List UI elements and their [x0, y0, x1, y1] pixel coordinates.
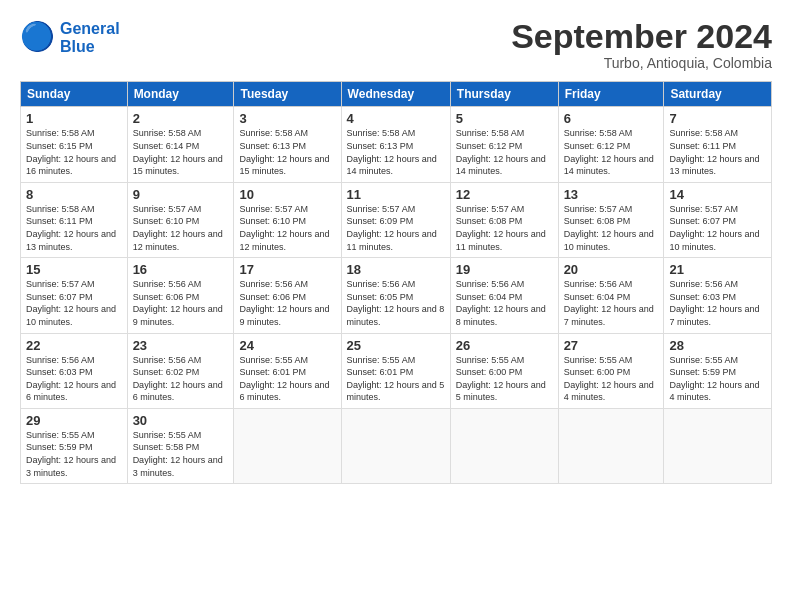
- logo: 🔵 General Blue: [20, 18, 120, 58]
- day-info: Sunrise: 5:56 AM Sunset: 6:05 PM Dayligh…: [347, 278, 445, 328]
- day-number: 19: [456, 262, 553, 277]
- logo-icon: 🔵: [20, 18, 56, 54]
- calendar-week-2: 8 Sunrise: 5:58 AM Sunset: 6:11 PM Dayli…: [21, 182, 772, 257]
- calendar-cell: 6 Sunrise: 5:58 AM Sunset: 6:12 PM Dayli…: [558, 107, 664, 182]
- day-number: 26: [456, 338, 553, 353]
- calendar-cell: 17 Sunrise: 5:56 AM Sunset: 6:06 PM Dayl…: [234, 258, 341, 333]
- day-number: 27: [564, 338, 659, 353]
- day-number: 9: [133, 187, 229, 202]
- day-info: Sunrise: 5:56 AM Sunset: 6:06 PM Dayligh…: [133, 278, 229, 328]
- day-number: 5: [456, 111, 553, 126]
- day-info: Sunrise: 5:57 AM Sunset: 6:07 PM Dayligh…: [669, 203, 766, 253]
- calendar-cell: 13 Sunrise: 5:57 AM Sunset: 6:08 PM Dayl…: [558, 182, 664, 257]
- calendar-cell: 3 Sunrise: 5:58 AM Sunset: 6:13 PM Dayli…: [234, 107, 341, 182]
- day-info: Sunrise: 5:57 AM Sunset: 6:08 PM Dayligh…: [456, 203, 553, 253]
- calendar-cell: 14 Sunrise: 5:57 AM Sunset: 6:07 PM Dayl…: [664, 182, 772, 257]
- svg-text:🔵: 🔵: [20, 20, 55, 53]
- day-info: Sunrise: 5:57 AM Sunset: 6:10 PM Dayligh…: [133, 203, 229, 253]
- calendar-cell: 9 Sunrise: 5:57 AM Sunset: 6:10 PM Dayli…: [127, 182, 234, 257]
- day-number: 20: [564, 262, 659, 277]
- day-info: Sunrise: 5:58 AM Sunset: 6:13 PM Dayligh…: [239, 127, 335, 177]
- logo-line2: Blue: [60, 38, 120, 56]
- header-friday: Friday: [558, 82, 664, 107]
- header-saturday: Saturday: [664, 82, 772, 107]
- day-number: 17: [239, 262, 335, 277]
- day-info: Sunrise: 5:58 AM Sunset: 6:11 PM Dayligh…: [669, 127, 766, 177]
- calendar-cell: 21 Sunrise: 5:56 AM Sunset: 6:03 PM Dayl…: [664, 258, 772, 333]
- calendar-cell: 18 Sunrise: 5:56 AM Sunset: 6:05 PM Dayl…: [341, 258, 450, 333]
- day-number: 14: [669, 187, 766, 202]
- calendar-header-row: Sunday Monday Tuesday Wednesday Thursday…: [21, 82, 772, 107]
- day-number: 15: [26, 262, 122, 277]
- location-subtitle: Turbo, Antioquia, Colombia: [511, 55, 772, 71]
- header-wednesday: Wednesday: [341, 82, 450, 107]
- day-info: Sunrise: 5:57 AM Sunset: 6:10 PM Dayligh…: [239, 203, 335, 253]
- day-info: Sunrise: 5:56 AM Sunset: 6:04 PM Dayligh…: [564, 278, 659, 328]
- day-info: Sunrise: 5:58 AM Sunset: 6:14 PM Dayligh…: [133, 127, 229, 177]
- day-number: 4: [347, 111, 445, 126]
- day-info: Sunrise: 5:55 AM Sunset: 5:58 PM Dayligh…: [133, 429, 229, 479]
- calendar-week-3: 15 Sunrise: 5:57 AM Sunset: 6:07 PM Dayl…: [21, 258, 772, 333]
- day-number: 7: [669, 111, 766, 126]
- calendar-cell: [341, 408, 450, 483]
- calendar-cell: 8 Sunrise: 5:58 AM Sunset: 6:11 PM Dayli…: [21, 182, 128, 257]
- day-info: Sunrise: 5:56 AM Sunset: 6:03 PM Dayligh…: [26, 354, 122, 404]
- calendar-cell: 15 Sunrise: 5:57 AM Sunset: 6:07 PM Dayl…: [21, 258, 128, 333]
- page: 🔵 General Blue September 2024 Turbo, Ant…: [0, 0, 792, 612]
- calendar-cell: 30 Sunrise: 5:55 AM Sunset: 5:58 PM Dayl…: [127, 408, 234, 483]
- day-number: 23: [133, 338, 229, 353]
- calendar-cell: [558, 408, 664, 483]
- calendar-cell: 16 Sunrise: 5:56 AM Sunset: 6:06 PM Dayl…: [127, 258, 234, 333]
- day-number: 13: [564, 187, 659, 202]
- calendar-cell: 28 Sunrise: 5:55 AM Sunset: 5:59 PM Dayl…: [664, 333, 772, 408]
- calendar-cell: 19 Sunrise: 5:56 AM Sunset: 6:04 PM Dayl…: [450, 258, 558, 333]
- day-number: 11: [347, 187, 445, 202]
- calendar-cell: [234, 408, 341, 483]
- day-number: 21: [669, 262, 766, 277]
- calendar-week-1: 1 Sunrise: 5:58 AM Sunset: 6:15 PM Dayli…: [21, 107, 772, 182]
- header-thursday: Thursday: [450, 82, 558, 107]
- calendar-cell: 5 Sunrise: 5:58 AM Sunset: 6:12 PM Dayli…: [450, 107, 558, 182]
- calendar-cell: 10 Sunrise: 5:57 AM Sunset: 6:10 PM Dayl…: [234, 182, 341, 257]
- day-info: Sunrise: 5:56 AM Sunset: 6:06 PM Dayligh…: [239, 278, 335, 328]
- day-number: 3: [239, 111, 335, 126]
- calendar-cell: 27 Sunrise: 5:55 AM Sunset: 6:00 PM Dayl…: [558, 333, 664, 408]
- day-number: 1: [26, 111, 122, 126]
- header-tuesday: Tuesday: [234, 82, 341, 107]
- calendar-cell: 11 Sunrise: 5:57 AM Sunset: 6:09 PM Dayl…: [341, 182, 450, 257]
- day-info: Sunrise: 5:57 AM Sunset: 6:08 PM Dayligh…: [564, 203, 659, 253]
- calendar-week-5: 29 Sunrise: 5:55 AM Sunset: 5:59 PM Dayl…: [21, 408, 772, 483]
- day-number: 16: [133, 262, 229, 277]
- day-info: Sunrise: 5:56 AM Sunset: 6:03 PM Dayligh…: [669, 278, 766, 328]
- calendar-cell: [664, 408, 772, 483]
- day-number: 12: [456, 187, 553, 202]
- calendar-cell: 1 Sunrise: 5:58 AM Sunset: 6:15 PM Dayli…: [21, 107, 128, 182]
- day-number: 6: [564, 111, 659, 126]
- calendar-week-4: 22 Sunrise: 5:56 AM Sunset: 6:03 PM Dayl…: [21, 333, 772, 408]
- day-number: 18: [347, 262, 445, 277]
- day-info: Sunrise: 5:55 AM Sunset: 6:00 PM Dayligh…: [564, 354, 659, 404]
- day-number: 25: [347, 338, 445, 353]
- calendar-cell: 29 Sunrise: 5:55 AM Sunset: 5:59 PM Dayl…: [21, 408, 128, 483]
- header-sunday: Sunday: [21, 82, 128, 107]
- day-info: Sunrise: 5:55 AM Sunset: 6:00 PM Dayligh…: [456, 354, 553, 404]
- calendar-cell: 22 Sunrise: 5:56 AM Sunset: 6:03 PM Dayl…: [21, 333, 128, 408]
- day-info: Sunrise: 5:58 AM Sunset: 6:11 PM Dayligh…: [26, 203, 122, 253]
- day-number: 8: [26, 187, 122, 202]
- header: 🔵 General Blue September 2024 Turbo, Ant…: [20, 18, 772, 71]
- day-number: 28: [669, 338, 766, 353]
- day-number: 24: [239, 338, 335, 353]
- day-info: Sunrise: 5:55 AM Sunset: 5:59 PM Dayligh…: [669, 354, 766, 404]
- day-info: Sunrise: 5:55 AM Sunset: 5:59 PM Dayligh…: [26, 429, 122, 479]
- day-info: Sunrise: 5:58 AM Sunset: 6:15 PM Dayligh…: [26, 127, 122, 177]
- calendar-cell: 23 Sunrise: 5:56 AM Sunset: 6:02 PM Dayl…: [127, 333, 234, 408]
- day-number: 2: [133, 111, 229, 126]
- calendar-cell: 24 Sunrise: 5:55 AM Sunset: 6:01 PM Dayl…: [234, 333, 341, 408]
- calendar-cell: [450, 408, 558, 483]
- day-number: 22: [26, 338, 122, 353]
- day-info: Sunrise: 5:56 AM Sunset: 6:04 PM Dayligh…: [456, 278, 553, 328]
- day-info: Sunrise: 5:57 AM Sunset: 6:07 PM Dayligh…: [26, 278, 122, 328]
- calendar-cell: 7 Sunrise: 5:58 AM Sunset: 6:11 PM Dayli…: [664, 107, 772, 182]
- calendar-cell: 4 Sunrise: 5:58 AM Sunset: 6:13 PM Dayli…: [341, 107, 450, 182]
- title-block: September 2024 Turbo, Antioquia, Colombi…: [511, 18, 772, 71]
